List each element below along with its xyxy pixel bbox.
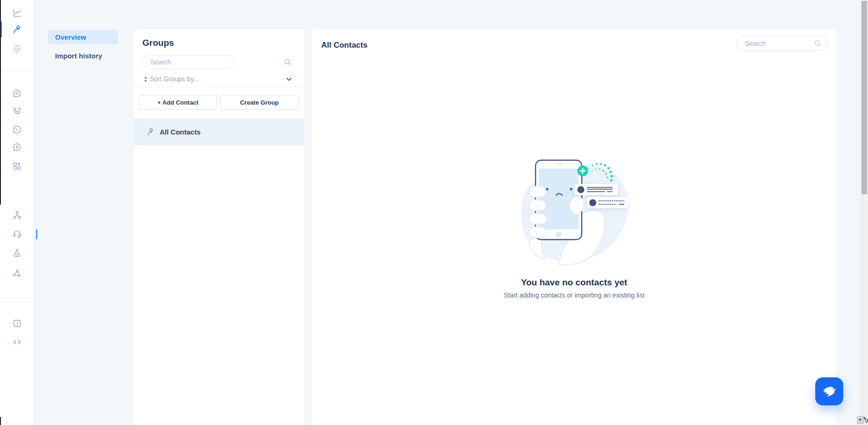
empty-contacts-illustration — [509, 149, 640, 271]
divider — [134, 87, 304, 87]
add-contact-label: + Add Contact — [157, 99, 198, 106]
flows-icon — [12, 210, 22, 220]
sort-groups-label: Sort Groups by... — [150, 75, 199, 83]
voice-call-icon — [12, 106, 22, 116]
group-list-item-all-contacts[interactable]: All Contacts — [134, 119, 304, 145]
sidebar-item-support[interactable] — [8, 225, 26, 242]
sidebar-item-developers[interactable] — [8, 333, 26, 350]
page-title: All Contacts — [321, 41, 367, 50]
bird-logo-icon — [821, 383, 837, 399]
developer-code-icon — [12, 337, 22, 347]
whatsapp-icon — [12, 125, 22, 135]
sidebar-item-sandbox[interactable] — [8, 315, 26, 332]
scrollbar-thumb[interactable] — [861, 1, 867, 194]
page-scrollbar[interactable] — [861, 0, 868, 425]
empty-state-title: You have no contacts yet — [312, 277, 836, 288]
sidebar-item-connections[interactable] — [8, 265, 26, 282]
text-cursor-artifact — [36, 229, 37, 239]
window-edge — [0, 0, 1, 205]
subnav-overview-label: Overview — [55, 33, 86, 41]
subnav-item-import-history[interactable]: Import history — [48, 50, 118, 61]
sort-groups-dropdown[interactable]: Sort Groups by... — [134, 73, 304, 85]
search-icon[interactable] — [283, 58, 292, 66]
chevron-down-icon — [285, 76, 293, 83]
add-contact-button[interactable]: + Add Contact — [139, 95, 217, 110]
sidebar-item-contacts[interactable] — [8, 21, 26, 38]
subnav-item-overview[interactable]: Overview — [48, 30, 118, 44]
labs-flask-icon — [12, 248, 22, 258]
all-contacts-panel: All Contacts — [312, 29, 836, 425]
contacts-dashboard: Overview Import history Groups Sort Grou… — [0, 0, 868, 425]
sidebar-item-integration-apps[interactable] — [8, 157, 26, 174]
sms-chat-icon — [12, 89, 22, 99]
sidebar-item-whatsapp[interactable] — [8, 121, 26, 138]
support-headset-icon — [12, 229, 22, 239]
search-icon — [814, 39, 822, 47]
sidebar-item-numbers[interactable] — [8, 41, 26, 57]
groups-panel: Groups Sort Groups by... + Add Contact C… — [134, 29, 304, 425]
analytics-icon — [12, 8, 22, 18]
create-group-button[interactable]: Create Group — [220, 95, 299, 110]
sidebar-item-analytics[interactable] — [8, 5, 26, 21]
rail-divider — [0, 301, 33, 302]
rail-divider — [0, 71, 33, 71]
sidebar-item-labs[interactable] — [8, 244, 26, 261]
create-group-label: Create Group — [240, 99, 279, 106]
groups-title: Groups — [142, 38, 174, 48]
groups-search — [142, 55, 235, 69]
empty-state-subtitle: Start adding contacts or importing an ex… — [312, 291, 836, 299]
sandbox-icon — [12, 319, 22, 328]
sidebar-item-voice[interactable] — [8, 103, 26, 120]
contacts-icon — [12, 25, 22, 35]
subnav-import-history-label: Import history — [55, 52, 102, 60]
contacts-search — [736, 35, 828, 51]
integrations-icon — [12, 269, 22, 278]
sort-icon — [143, 76, 148, 83]
person-icon — [146, 128, 155, 137]
window-edge — [0, 417, 1, 425]
secure-chat-icon — [12, 142, 22, 152]
apps-add-icon — [12, 161, 22, 171]
group-item-label: All Contacts — [160, 128, 201, 136]
messagebird-fab-button[interactable] — [815, 377, 843, 405]
sidebar-item-flows[interactable] — [8, 206, 26, 223]
dialpad-icon — [12, 44, 22, 54]
icon-rail — [0, 0, 34, 425]
sidebar-item-secure-chat[interactable] — [8, 139, 26, 156]
groups-search-input[interactable] — [143, 56, 250, 69]
sidebar-item-sms[interactable] — [8, 85, 26, 102]
mouse-cursor — [857, 416, 868, 425]
